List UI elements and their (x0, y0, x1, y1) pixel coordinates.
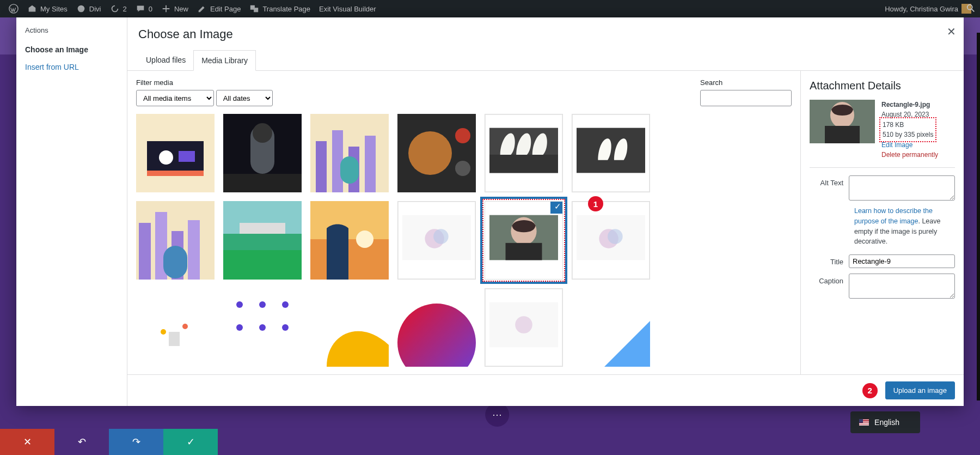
media-item[interactable] (310, 201, 389, 280)
builder-bottom-bar: ✕ ↶ ↷ ✓ (0, 429, 218, 455)
svg-point-50 (161, 329, 166, 335)
check-icon: ✓ (550, 201, 563, 214)
svg-point-51 (182, 324, 188, 329)
media-item[interactable] (223, 201, 302, 280)
title-label: Title (810, 254, 849, 266)
filter-label: Filter media (136, 78, 273, 87)
caption-label: Caption (810, 274, 849, 285)
close-button[interactable]: ✕ (0, 429, 54, 455)
svg-rect-49 (136, 288, 215, 367)
caption-input[interactable] (849, 274, 955, 299)
modal-footer: 2 Upload an image (127, 374, 964, 406)
sidebar-insert-url[interactable]: Insert from URL (25, 58, 118, 76)
new[interactable]: New (157, 0, 193, 17)
filter-type-select[interactable]: All media items (136, 90, 214, 106)
media-item-selected[interactable]: ✓ (485, 201, 563, 280)
media-item[interactable] (136, 201, 215, 280)
media-item[interactable] (310, 288, 389, 367)
wp-admin-bar: My Sites Divi 2 0 New Edit Page Translat… (0, 0, 980, 17)
delete-permanently-link[interactable]: Delete permanently (881, 150, 955, 160)
details-filename: Rectangle-9.jpg (881, 100, 955, 110)
svg-point-59 (282, 324, 289, 331)
details-filesize: 178 KB (883, 120, 933, 130)
edit-image-link[interactable]: Edit Image (881, 140, 955, 150)
svg-rect-34 (223, 247, 302, 280)
svg-rect-32 (163, 246, 187, 278)
media-item[interactable] (572, 201, 650, 280)
media-grid: ✓ (136, 114, 792, 367)
media-item[interactable] (310, 114, 389, 192)
exit-visual-builder[interactable]: Exit Visual Builder (315, 0, 381, 17)
wp-logo[interactable] (4, 0, 23, 17)
svg-rect-3 (254, 8, 258, 12)
svg-point-54 (236, 301, 243, 308)
filter-date-select[interactable]: All dates (216, 90, 273, 106)
media-item[interactable] (572, 288, 650, 367)
svg-rect-19 (340, 156, 359, 184)
annotation-marker-1: 1 (588, 196, 603, 211)
media-item[interactable] (397, 288, 476, 367)
svg-point-39 (356, 230, 373, 248)
svg-rect-15 (316, 141, 327, 192)
edit-page[interactable]: Edit Page (193, 0, 245, 17)
search-label: Search (700, 78, 792, 87)
search-icon[interactable] (966, 3, 976, 15)
modal-main: Choose an Image ✕ Upload files Media Lib… (127, 17, 964, 406)
svg-point-42 (433, 229, 449, 244)
svg-rect-36 (223, 234, 302, 250)
svg-rect-18 (365, 136, 376, 192)
title-input[interactable] (849, 254, 955, 268)
redo-button[interactable]: ↷ (109, 429, 163, 455)
sidebar-choose-image[interactable]: Choose an Image (25, 41, 118, 58)
media-item[interactable] (223, 114, 302, 192)
search-input[interactable] (700, 90, 792, 106)
media-item[interactable] (572, 114, 650, 192)
details-thumbnail (810, 100, 875, 143)
translate-page[interactable]: Translate Page (245, 0, 315, 17)
alt-text-label: Alt Text (810, 175, 849, 187)
tab-media-library[interactable]: Media Library (193, 50, 256, 71)
site-divi[interactable]: Divi (72, 0, 106, 17)
close-icon[interactable]: ✕ (947, 25, 956, 38)
svg-rect-52 (169, 332, 180, 346)
flag-us-icon (859, 419, 869, 426)
svg-point-56 (282, 301, 289, 308)
svg-rect-6 (147, 141, 204, 174)
upload-image-button[interactable]: Upload an image (885, 381, 955, 399)
media-item[interactable] (136, 288, 215, 367)
alt-help-text: Learn how to describe the purpose of the… (854, 206, 955, 247)
svg-point-12 (253, 123, 272, 143)
svg-rect-8 (179, 151, 195, 162)
modal-title: Choose an Image (138, 27, 953, 41)
comments[interactable]: 0 (131, 0, 157, 17)
media-item[interactable] (223, 288, 302, 367)
howdy-user[interactable]: Howdy, Christina Gwira (880, 0, 976, 17)
save-button[interactable]: ✓ (163, 429, 218, 455)
modal-sidebar: Actions Choose an Image Insert from URL (16, 17, 127, 406)
svg-point-7 (159, 150, 173, 165)
tab-upload-files[interactable]: Upload files (138, 50, 193, 70)
media-item[interactable] (136, 114, 215, 192)
svg-rect-9 (147, 171, 204, 176)
tab-row: Upload files Media Library (127, 50, 964, 71)
svg-rect-25 (489, 155, 558, 173)
svg-rect-28 (139, 223, 151, 280)
media-item[interactable] (485, 114, 563, 192)
svg-point-57 (236, 324, 243, 331)
svg-point-23 (455, 161, 470, 176)
my-sites[interactable]: My Sites (23, 0, 72, 17)
updates[interactable]: 2 (106, 0, 131, 17)
svg-point-4 (967, 5, 972, 10)
undo-button[interactable]: ↶ (54, 429, 109, 455)
alt-text-input[interactable] (849, 175, 955, 201)
svg-rect-68 (825, 126, 860, 143)
details-heading: Attachment Details (810, 80, 955, 92)
builder-fab[interactable]: ⋯ (485, 403, 509, 427)
language-switcher[interactable]: English (850, 411, 920, 433)
attachment-details: Attachment Details Rectangle-9.jpg Augus… (800, 71, 964, 374)
media-item[interactable] (397, 201, 476, 280)
svg-rect-45 (506, 243, 542, 260)
right-edge-bar (977, 33, 980, 401)
media-item[interactable] (485, 288, 563, 367)
media-item[interactable] (397, 114, 476, 192)
